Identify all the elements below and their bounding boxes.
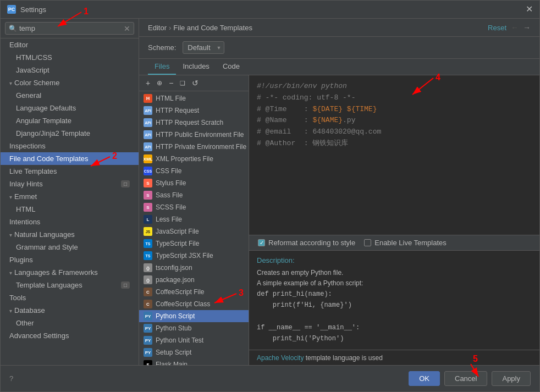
duplicate-template-button[interactable]: ❑ — [178, 79, 188, 88]
tab-files[interactable]: Files — [148, 59, 176, 75]
scheme-label: Scheme: — [148, 43, 176, 52]
sidebar-section: Editor HTML/CSS JavaScript ▾Color Scheme… — [1, 38, 139, 342]
file-item-package-json[interactable]: {} package.json — [139, 274, 249, 286]
live-templates-checkbox[interactable] — [364, 239, 371, 246]
reformat-checkbox[interactable]: ✓ — [258, 239, 265, 246]
sidebar-item-label: Editor — [9, 41, 28, 49]
scheme-select[interactable]: Default Project — [183, 41, 224, 54]
file-item-tsconfig[interactable]: {} tsconfig.json — [139, 262, 249, 274]
live-templates-checkbox-wrap[interactable]: Enable Live Templates — [364, 239, 447, 247]
sidebar-item-general[interactable]: General — [1, 89, 139, 102]
search-clear-button[interactable]: ✕ — [124, 25, 130, 32]
file-list-toolbar: + ⊕ − ❑ ↺ — [139, 75, 249, 91]
sidebar-item-html-css[interactable]: HTML/CSS — [1, 51, 139, 64]
code-editor[interactable]: #!/usr/bin/env python # -*- coding: utf-… — [249, 75, 539, 235]
sidebar-item-inspections[interactable]: Inspections — [1, 140, 139, 152]
breadcrumb-parent: Editor — [148, 24, 167, 32]
file-item-stylus[interactable]: S Stylus File — [139, 177, 249, 189]
sidebar-item-emmet-html[interactable]: HTML — [1, 203, 139, 216]
tabs-bar: Files Includes Code — [139, 59, 539, 75]
scheme-select-wrap: Default Project — [183, 41, 224, 54]
tab-code[interactable]: Code — [216, 59, 246, 75]
file-item-js[interactable]: JS JavaScript File — [139, 225, 249, 238]
sidebar-item-languages-frameworks[interactable]: ▾Languages & Frameworks — [1, 266, 139, 279]
sidebar-item-intentions[interactable]: Intentions — [1, 216, 139, 228]
sidebar-item-javascript[interactable]: JavaScript — [1, 64, 139, 76]
api-file-icon: API — [144, 118, 152, 127]
apply-button[interactable]: Apply — [492, 371, 531, 386]
file-item-coffeescript[interactable]: C CoffeeScript File — [139, 286, 249, 298]
description-label: Description: — [257, 256, 532, 264]
search-icon: 🔍 — [9, 25, 17, 32]
check-mark-icon: ✓ — [260, 240, 264, 246]
file-item-label: HTTP Request Scratch — [156, 119, 223, 126]
file-item-coffeescript-class[interactable]: C CoffeeScript Class — [139, 298, 249, 310]
sidebar-item-label: Angular Template — [16, 117, 71, 125]
sidebar-item-angular-template[interactable]: Angular Template — [1, 114, 139, 127]
sidebar-item-editor[interactable]: Editor — [1, 38, 139, 51]
file-item-setup-script[interactable]: PY Setup Script — [139, 346, 249, 358]
collapse-arrow-icon: ▾ — [9, 270, 12, 276]
breadcrumb: Editor › File and Code Templates — [148, 24, 252, 32]
sidebar-item-tools[interactable]: Tools — [1, 291, 139, 304]
collapse-arrow-icon: ▾ — [9, 308, 12, 314]
reset-button[interactable]: Reset — [488, 24, 506, 32]
file-item-scss[interactable]: S SCSS File — [139, 201, 249, 213]
scss-file-icon: S — [144, 203, 152, 212]
file-item-xml-props[interactable]: XML XML Properties File — [139, 153, 249, 165]
nav-forward-button[interactable]: → — [523, 23, 531, 32]
file-item-ts[interactable]: TS TypeScript File — [139, 238, 249, 250]
file-list-panel: + ⊕ − ❑ ↺ H HTML File API — [139, 75, 249, 365]
add-template-button[interactable]: + — [144, 78, 152, 89]
file-item-python-stub[interactable]: PY Python Stub — [139, 322, 249, 334]
sidebar-item-file-code-templates[interactable]: File and Code Templates — [1, 152, 139, 165]
sidebar-item-label: Language Defaults — [16, 104, 76, 112]
tab-includes[interactable]: Includes — [176, 59, 216, 75]
sidebar-item-inlay-hints[interactable]: Inlay Hints □ — [1, 178, 139, 190]
file-item-http-request[interactable]: API HTTP Request — [139, 104, 249, 117]
sidebar-item-emmet[interactable]: ▾Emmet — [1, 190, 139, 203]
file-item-flask-main[interactable]: F Flask Main — [139, 358, 249, 365]
copy-template-button[interactable]: ⊕ — [155, 78, 164, 88]
sidebar-item-plugins[interactable]: Plugins — [1, 253, 139, 266]
sidebar-item-language-defaults[interactable]: Language Defaults — [1, 102, 139, 114]
apache-velocity-link[interactable]: Apache Velocity — [257, 354, 304, 362]
sidebar-item-advanced-settings[interactable]: Advanced Settings — [1, 329, 139, 342]
right-header: Editor › File and Code Templates Reset ←… — [139, 19, 539, 37]
sidebar-item-other[interactable]: Other — [1, 317, 139, 329]
sidebar-item-database[interactable]: ▾Database — [1, 304, 139, 317]
sidebar-item-grammar-style[interactable]: Grammar and Style — [1, 241, 139, 253]
file-item-http-scratch[interactable]: API HTTP Request Scratch — [139, 117, 249, 129]
html-file-icon: H — [144, 94, 152, 103]
file-item-python-unit-test[interactable]: PY Python Unit Test — [139, 334, 249, 346]
sidebar-item-label: File and Code Templates — [9, 154, 89, 163]
remove-template-button[interactable]: − — [167, 78, 175, 89]
ok-button[interactable]: OK — [409, 371, 440, 386]
reset-template-button[interactable]: ↺ — [190, 78, 201, 89]
file-item-tsx[interactable]: TS TypeScript JSX File — [139, 250, 249, 262]
file-item-http-public[interactable]: API HTTP Public Environment File — [139, 129, 249, 141]
file-item-python-script[interactable]: PY Python Script — [139, 310, 249, 322]
flask-file-icon: F — [144, 360, 152, 365]
sidebar-item-label: HTML — [16, 205, 35, 213]
file-item-label: Stylus File — [156, 179, 186, 187]
file-item-http-private[interactable]: API HTTP Private Environment File — [139, 141, 249, 153]
search-input[interactable] — [19, 24, 122, 32]
sidebar-item-django-jinja2[interactable]: Django/Jinja2 Template — [1, 127, 139, 140]
close-button[interactable]: ✕ — [526, 5, 533, 14]
sidebar-item-template-languages[interactable]: Template Languages □ — [1, 279, 139, 291]
json-file-icon: {} — [144, 263, 152, 272]
reformat-label: Reformat according to style — [268, 239, 355, 247]
file-item-less[interactable]: L Less File — [139, 213, 249, 225]
reformat-checkbox-wrap[interactable]: ✓ Reformat according to style — [258, 239, 355, 247]
sidebar-item-live-templates[interactable]: Live Templates — [1, 165, 139, 178]
cancel-button[interactable]: Cancel — [444, 371, 487, 386]
breadcrumb-current: File and Code Templates — [173, 24, 252, 32]
file-item-css[interactable]: CSS CSS File — [139, 165, 249, 177]
file-item-sass[interactable]: S Sass File — [139, 189, 249, 201]
file-item-html[interactable]: H HTML File — [139, 92, 249, 104]
sidebar-item-natural-languages[interactable]: ▾Natural Languages — [1, 228, 139, 241]
help-button[interactable]: ? — [9, 374, 13, 383]
sidebar-item-color-scheme[interactable]: ▾Color Scheme — [1, 76, 139, 89]
nav-back-button[interactable]: ← — [511, 23, 519, 32]
